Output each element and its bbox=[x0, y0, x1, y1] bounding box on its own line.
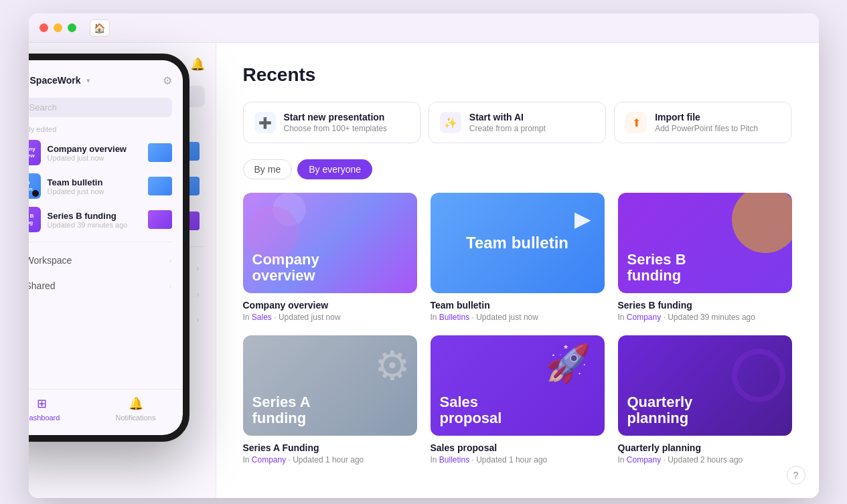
chevron-icon: › bbox=[197, 315, 200, 325]
phone-recent-item[interactable]: Series Bfunding Series B funding Updated… bbox=[29, 203, 183, 236]
card-text: Start with AI Create from a prompt bbox=[469, 112, 546, 133]
notifications-label: Notifications bbox=[116, 414, 156, 422]
presentation-thumb: ▶ Team bulletin bbox=[431, 193, 605, 293]
phone-thumb: Teambulletin bbox=[29, 173, 41, 199]
presentation-card-quarterly-planning[interactable]: Quarterlyplanning Quarterly planning In … bbox=[618, 335, 792, 465]
thumb-title: Series Bfunding bbox=[627, 252, 686, 284]
fullscreen-button[interactable] bbox=[68, 23, 76, 32]
phone-recent-info: Company overview Updated just now bbox=[48, 144, 141, 162]
category-link[interactable]: Bulletins bbox=[439, 313, 469, 322]
phone-recent-item[interactable]: Companyoverview Company overview Updated… bbox=[29, 136, 183, 169]
phone-dashboard-tab[interactable]: ⊞ Dashboard bbox=[29, 396, 89, 422]
start-with-ai-card[interactable]: ✨ Start with AI Create from a prompt bbox=[429, 102, 606, 143]
help-button[interactable]: ? bbox=[787, 466, 805, 485]
presentation-title: Sales proposal bbox=[431, 442, 605, 453]
chevron-icon: › bbox=[197, 290, 200, 299]
plus-icon: ➕ bbox=[254, 112, 276, 133]
presentation-thumb: ⚙ Series Afunding bbox=[243, 335, 417, 436]
presentation-title: Company overview bbox=[243, 300, 417, 311]
filter-tabs: By me By everyone bbox=[243, 159, 792, 179]
phone-thumb: Series Bfunding bbox=[29, 207, 41, 232]
phone-header: SW SpaceWork ▾ ⚙ bbox=[29, 60, 183, 95]
phone-thumb-text: Series Bfunding bbox=[29, 213, 34, 226]
card-text: Import file Add PowerPoint files to Pitc… bbox=[655, 112, 758, 133]
chevron-icon: › bbox=[197, 264, 200, 273]
presentation-card-sales-proposal[interactable]: 🚀 Salesproposal Sales proposal In Bullet… bbox=[431, 335, 605, 465]
phone-preview bbox=[148, 143, 172, 162]
phone-recent-info: Series B funding Updated 39 minutes ago bbox=[48, 211, 141, 229]
phone-nav-shared[interactable]: 👤 Shared › bbox=[29, 273, 183, 299]
notifications-icon: 🔔 bbox=[129, 396, 143, 411]
presentation-title: Team bulletin bbox=[431, 300, 605, 311]
import-file-card[interactable]: ⬆ Import file Add PowerPoint files to Pi… bbox=[614, 102, 791, 143]
filter-by-me[interactable]: By me bbox=[243, 159, 293, 179]
phone-chevron-icon: › bbox=[169, 256, 172, 264]
phone-recent-name: Series B funding bbox=[48, 211, 141, 221]
presentation-meta: In Bulletins · Updated 1 hour ago bbox=[431, 455, 605, 465]
phone-workspace-label: Workspace bbox=[29, 255, 163, 266]
phone-brand: SW SpaceWork ▾ bbox=[29, 71, 90, 90]
phone-bottom-nav: ⊞ Dashboard 🔔 Notifications bbox=[29, 389, 183, 435]
presentation-thumb: Quarterlyplanning bbox=[618, 335, 792, 436]
close-button[interactable] bbox=[40, 23, 48, 32]
phone-thumb: Companyoverview bbox=[29, 140, 41, 165]
category-link[interactable]: Company bbox=[252, 455, 286, 465]
phone-chevron-icon: › bbox=[169, 282, 172, 290]
phone-recent-time: Updated just now bbox=[48, 154, 141, 162]
dashboard-icon: ⊞ bbox=[37, 396, 47, 411]
phone-search-placeholder: Search bbox=[29, 102, 57, 112]
home-button[interactable]: 🏠 bbox=[90, 19, 110, 37]
phone-recent-name: Team bulletin bbox=[48, 177, 141, 187]
presentation-thumb: 🚀 Salesproposal bbox=[431, 335, 605, 436]
phone-divider bbox=[29, 242, 172, 242]
category-link[interactable]: Sales bbox=[252, 313, 272, 322]
phone-recent-time: Updated 39 minutes ago bbox=[48, 221, 141, 229]
presentation-card-team-bulletin[interactable]: ▶ Team bulletin Team bulletin In Bulleti… bbox=[431, 193, 605, 322]
phone-thumb-text: Teambulletin bbox=[29, 179, 33, 192]
card-subtitle: Choose from 100+ templates bbox=[284, 124, 387, 133]
phone-thumb-text: Companyoverview bbox=[29, 146, 35, 159]
presentation-card-series-a[interactable]: ⚙ Series Afunding Series A Funding In Co… bbox=[243, 335, 417, 465]
phone-overlay: SW SpaceWork ▾ ⚙ 🔍 Search Recently edite… bbox=[29, 54, 189, 442]
phone-nav-workspace[interactable]: 👥 Workspace › bbox=[29, 248, 183, 273]
thumb-title: Series Afunding bbox=[252, 394, 311, 426]
action-cards: ➕ Start new presentation Choose from 100… bbox=[243, 102, 792, 143]
phone-settings-icon[interactable]: ⚙ bbox=[163, 74, 172, 87]
category-link[interactable]: Company bbox=[627, 313, 661, 322]
card-subtitle: Add PowerPoint files to Pitch bbox=[655, 124, 758, 133]
presentation-meta: In Company · Updated 39 minutes ago bbox=[618, 313, 792, 322]
presentation-meta: In Company · Updated 2 hours ago bbox=[618, 455, 792, 465]
notifications-icon[interactable]: 🔔 bbox=[190, 57, 205, 72]
phone-preview bbox=[148, 210, 172, 229]
filter-by-everyone[interactable]: By everyone bbox=[297, 159, 372, 179]
presentation-card-series-b[interactable]: Series Bfunding Series B funding In Comp… bbox=[618, 193, 792, 322]
phone-brand-name: SpaceWork bbox=[30, 75, 81, 86]
presentations-grid: Companyoverview Company overview In Sale… bbox=[243, 193, 792, 465]
phone-recent-time: Updated just now bbox=[48, 187, 141, 195]
presentation-meta: In Sales · Updated just now bbox=[243, 313, 417, 322]
minimize-button[interactable] bbox=[54, 23, 62, 32]
dashboard-label: Dashboard bbox=[29, 414, 60, 422]
presentation-title: Series A Funding bbox=[243, 442, 417, 453]
import-icon: ⬆ bbox=[625, 112, 647, 133]
phone-recent-info: Team bulletin Updated just now bbox=[48, 177, 141, 195]
category-link[interactable]: Bulletins bbox=[439, 455, 469, 465]
card-title: Import file bbox=[655, 112, 758, 122]
main-content: Recents ➕ Start new presentation Choose … bbox=[216, 43, 819, 498]
phone-recent-item[interactable]: Teambulletin Team bulletin Updated just … bbox=[29, 169, 183, 203]
thumb-title: Quarterlyplanning bbox=[627, 394, 693, 426]
presentation-meta: In Company · Updated 1 hour ago bbox=[243, 455, 417, 465]
phone-search-bar[interactable]: 🔍 Search bbox=[29, 98, 172, 117]
phone-screen: SW SpaceWork ▾ ⚙ 🔍 Search Recently edite… bbox=[29, 60, 183, 435]
phone-notifications-tab[interactable]: 🔔 Notifications bbox=[89, 396, 183, 422]
phone-shared-label: Shared bbox=[29, 280, 163, 291]
start-new-presentation-card[interactable]: ➕ Start new presentation Choose from 100… bbox=[243, 102, 420, 143]
thumb-title: Team bulletin bbox=[466, 234, 568, 252]
presentation-meta: In Bulletins · Updated just now bbox=[431, 313, 605, 322]
category-link[interactable]: Company bbox=[627, 455, 661, 465]
phone-preview bbox=[148, 177, 172, 195]
presentation-card-company-overview[interactable]: Companyoverview Company overview In Sale… bbox=[243, 193, 417, 322]
card-title: Start with AI bbox=[469, 112, 546, 122]
presentation-thumb: Companyoverview bbox=[243, 193, 417, 293]
phone-recent-name: Company overview bbox=[48, 144, 141, 154]
